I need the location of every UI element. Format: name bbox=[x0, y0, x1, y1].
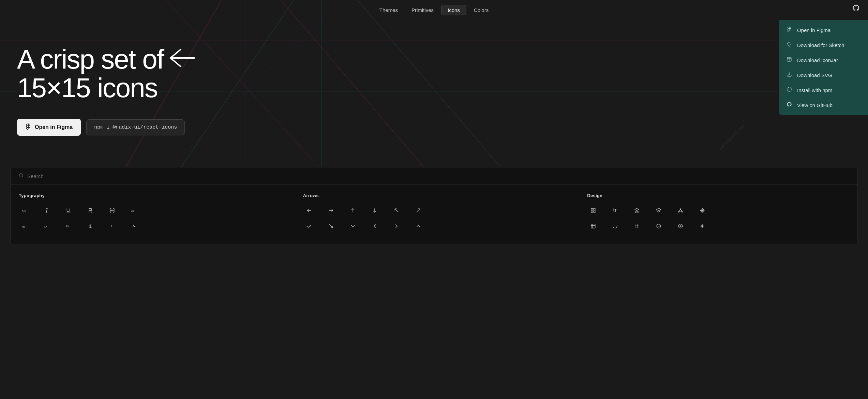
icon-italic[interactable] bbox=[41, 204, 53, 217]
icon-arrow-down-right[interactable] bbox=[325, 220, 337, 232]
hero-content: A crisp set of 15×15 icons Open in Figma… bbox=[17, 45, 851, 136]
dropdown-label: Download SVG bbox=[797, 72, 832, 78]
nav-primitives[interactable]: Primitives bbox=[405, 5, 440, 15]
svg-rect-26 bbox=[591, 224, 595, 228]
svg-text:↑A: ↑A bbox=[109, 225, 113, 228]
svg-rect-20 bbox=[594, 208, 595, 210]
icon-heading[interactable] bbox=[106, 204, 118, 217]
icon-text-none[interactable]: gg bbox=[19, 220, 31, 232]
icon-case[interactable]: Aa bbox=[128, 204, 140, 217]
nav-themes[interactable]: Themes bbox=[373, 5, 404, 15]
svg-text:Aa: Aa bbox=[131, 209, 135, 212]
nav-colors[interactable]: Colors bbox=[468, 5, 495, 15]
arrows-label: Arrows bbox=[303, 193, 565, 198]
icon-arrow-down[interactable] bbox=[369, 204, 381, 217]
icon-strikethrough2[interactable] bbox=[128, 220, 140, 232]
design-row-1 bbox=[587, 204, 849, 217]
divider-1 bbox=[292, 193, 292, 236]
icon-components[interactable] bbox=[674, 204, 687, 217]
search-input[interactable] bbox=[27, 173, 849, 179]
icon-arrow-right[interactable] bbox=[325, 204, 337, 217]
dropdown-label: Open in Figma bbox=[797, 27, 830, 33]
icon-bold[interactable] bbox=[84, 204, 96, 217]
icon-size-down[interactable]: ↓A bbox=[84, 220, 96, 232]
dropdown-download-svg[interactable]: Download SVG bbox=[779, 68, 868, 83]
icon-section: Typography Ss bbox=[10, 167, 858, 244]
design-row-2 bbox=[587, 220, 849, 232]
icon-size-up[interactable]: ↑A bbox=[106, 220, 118, 232]
icon-layers[interactable] bbox=[631, 204, 643, 217]
github-small-icon bbox=[786, 102, 792, 108]
icon-chevron-down[interactable] bbox=[347, 220, 359, 232]
github-icon[interactable] bbox=[852, 4, 860, 13]
icon-frame[interactable] bbox=[631, 220, 643, 232]
npm-icon bbox=[786, 87, 792, 93]
nav-icons[interactable]: Icons bbox=[441, 5, 466, 15]
npm-command-text: npm i @radix-ui/react-icons bbox=[94, 124, 177, 130]
dropdown-label: Install with npm bbox=[797, 87, 832, 93]
icon-diamond[interactable] bbox=[696, 204, 708, 217]
icon-strikethrough[interactable]: Ss bbox=[19, 204, 31, 217]
hero-title: A crisp set of 15×15 icons bbox=[17, 45, 188, 102]
search-icon bbox=[19, 173, 24, 179]
icon-kerning[interactable]: AV bbox=[62, 220, 75, 232]
arrows-row-2 bbox=[303, 220, 565, 232]
design-category: Design bbox=[587, 193, 849, 236]
arrows-category: Arrows bbox=[303, 193, 565, 236]
hero-arrow-icon bbox=[164, 44, 201, 73]
icon-minus[interactable] bbox=[653, 220, 665, 232]
arrows-row-1 bbox=[303, 204, 565, 217]
open-figma-button[interactable]: Open in Figma bbox=[17, 119, 81, 136]
iconjar-icon bbox=[786, 57, 792, 63]
dropdown-label: Download for Sketch bbox=[797, 42, 844, 48]
icon-text-aa[interactable]: gA bbox=[41, 220, 53, 232]
icon-check[interactable] bbox=[303, 220, 315, 232]
dropdown-menu: Open in Figma Download for Sketch Downlo… bbox=[779, 20, 868, 115]
typography-category: Typography Ss bbox=[19, 193, 281, 236]
svg-text:gA: gA bbox=[44, 225, 47, 228]
dropdown-open-figma[interactable]: Open in Figma bbox=[779, 23, 868, 38]
svg-rect-22 bbox=[594, 211, 595, 212]
dropdown-download-iconjar[interactable]: Download IconJar bbox=[779, 53, 868, 68]
icon-arrow-left[interactable] bbox=[303, 204, 315, 217]
svg-point-11 bbox=[19, 174, 23, 177]
icon-table[interactable] bbox=[587, 220, 599, 232]
icon-refresh[interactable] bbox=[609, 220, 621, 232]
icon-chevron-up[interactable] bbox=[412, 220, 424, 232]
icon-plus[interactable] bbox=[674, 220, 687, 232]
dropdown-download-sketch[interactable]: Download for Sketch bbox=[779, 38, 868, 53]
dropdown-label: View on GitHub bbox=[797, 102, 833, 108]
svg-text:AV: AV bbox=[66, 225, 69, 228]
icon-chevron-right[interactable] bbox=[390, 220, 403, 232]
svg-rect-19 bbox=[591, 208, 593, 210]
download-icon bbox=[786, 72, 792, 78]
dropdown-label: Download IconJar bbox=[797, 57, 838, 63]
svg-rect-21 bbox=[591, 211, 593, 212]
svg-point-23 bbox=[680, 208, 681, 209]
icon-arrow-up[interactable] bbox=[347, 204, 359, 217]
icon-chevron-left[interactable] bbox=[369, 220, 381, 232]
icon-crop[interactable] bbox=[609, 204, 621, 217]
typography-row-1: Ss bbox=[19, 204, 281, 217]
divider-2 bbox=[576, 193, 576, 236]
dropdown-view-github[interactable]: View on GitHub bbox=[779, 98, 868, 113]
icon-sparkle[interactable] bbox=[696, 220, 708, 232]
typography-row-2: gg gA AV bbox=[19, 220, 281, 232]
search-bar bbox=[11, 167, 857, 185]
design-label: Design bbox=[587, 193, 849, 198]
icon-arrow-top-left[interactable] bbox=[390, 204, 403, 217]
icon-underline[interactable] bbox=[62, 204, 75, 217]
icon-stack[interactable] bbox=[653, 204, 665, 217]
nav-links: Themes Primitives Icons Colors bbox=[373, 5, 495, 15]
dropdown-install-npm[interactable]: Install with npm bbox=[779, 83, 868, 98]
icon-grid[interactable] bbox=[587, 204, 599, 217]
typography-label: Typography bbox=[19, 193, 281, 198]
figma-btn-label: Open in Figma bbox=[35, 124, 73, 130]
icon-categories-row: Typography Ss bbox=[19, 193, 849, 236]
main-nav: Themes Primitives Icons Colors bbox=[0, 0, 868, 20]
svg-text:↓A: ↓A bbox=[88, 225, 90, 227]
svg-text:Ss: Ss bbox=[22, 209, 26, 213]
icon-arrow-top-right[interactable] bbox=[412, 204, 424, 217]
hero-section: A crisp set of 15×15 icons Open in Figma… bbox=[0, 0, 868, 167]
npm-command-button[interactable]: npm i @radix-ui/react-icons bbox=[86, 119, 185, 135]
